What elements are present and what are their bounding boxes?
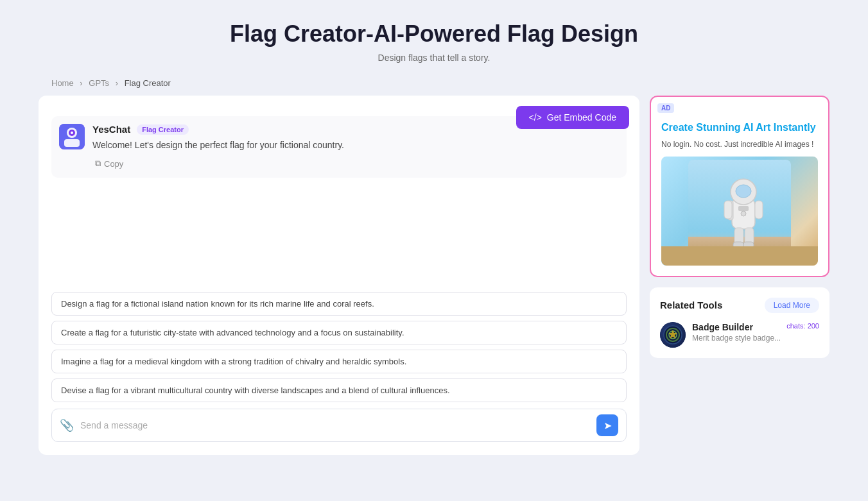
tool-item: Badge Builder Merit badge style badge...…: [660, 322, 819, 348]
page-subtitle: Design flags that tell a story.: [13, 53, 855, 63]
breadcrumb-sep2: ›: [116, 78, 118, 88]
ad-title: Create Stunning AI Art Instantly: [661, 121, 818, 135]
avatar: [59, 124, 85, 149]
breadcrumb-current: Flag Creator: [125, 78, 171, 88]
load-more-button[interactable]: Load More: [765, 298, 819, 313]
message-content: YesChat Flag Creator Welcome! Let's desi…: [92, 124, 619, 170]
tool-desc: Merit badge style badge...: [692, 334, 781, 343]
page-header: Flag Creator-AI-Powered Flag Design Desi…: [0, 0, 868, 73]
chat-input[interactable]: [80, 420, 590, 430]
suggestion-item[interactable]: Create a flag for a futuristic city-stat…: [51, 321, 627, 344]
svg-point-10: [736, 185, 751, 198]
copy-button[interactable]: ⧉ Copy: [92, 157, 126, 170]
right-panel: AD Create Stunning AI Art Instantly No l…: [650, 96, 829, 455]
breadcrumb-home[interactable]: Home: [51, 78, 74, 88]
bot-badge: Flag Creator: [137, 124, 189, 135]
embed-code-button[interactable]: </> Get Embed Code: [516, 106, 629, 129]
send-button[interactable]: ➤: [596, 414, 618, 436]
breadcrumb-gpts[interactable]: GPTs: [89, 78, 109, 88]
ad-image: [661, 157, 818, 266]
svg-point-4: [71, 132, 73, 134]
copy-icon: ⧉: [95, 158, 101, 169]
svg-rect-12: [755, 201, 763, 219]
chat-panel: </> Get Embed Code YesChat Flag Creator: [39, 96, 639, 455]
ad-card: AD Create Stunning AI Art Instantly No l…: [650, 96, 829, 277]
suggestions-list: Design a flag for a fictional island nat…: [51, 282, 627, 402]
svg-rect-11: [724, 201, 732, 219]
suggestion-item[interactable]: Devise a flag for a vibrant multicultura…: [51, 378, 627, 402]
suggestion-item[interactable]: Design a flag for a fictional island nat…: [51, 292, 627, 316]
tool-info: Badge Builder Merit badge style badge...…: [692, 322, 819, 343]
svg-point-18: [741, 211, 746, 216]
send-icon: ➤: [603, 420, 612, 432]
breadcrumb: Home › GPTs › Flag Creator: [0, 73, 868, 96]
related-title: Related Tools: [660, 300, 722, 310]
breadcrumb-sep1: ›: [80, 78, 82, 88]
ground-decoration: [661, 246, 818, 266]
chat-input-row: 📎 ➤: [51, 409, 627, 442]
tool-name: Badge Builder: [692, 322, 781, 332]
related-card: Related Tools Load More: [650, 287, 829, 358]
svg-rect-2: [64, 139, 80, 147]
svg-rect-17: [738, 206, 749, 211]
welcome-message: Welcome! Let's design the perfect flag f…: [92, 139, 619, 152]
code-icon: </>: [529, 112, 542, 123]
related-header: Related Tools Load More: [660, 298, 819, 313]
attach-icon[interactable]: 📎: [60, 418, 74, 432]
page-title: Flag Creator-AI-Powered Flag Design: [13, 21, 855, 47]
bot-name: YesChat: [92, 124, 130, 135]
ad-subtitle: No login. No cost. Just incredible AI im…: [661, 140, 818, 149]
tool-icon: [660, 322, 686, 348]
ad-label: AD: [657, 103, 674, 113]
badge-builder-icon: [660, 322, 686, 348]
main-layout: </> Get Embed Code YesChat Flag Creator: [0, 96, 868, 474]
tool-chats: chats: 200: [786, 322, 819, 330]
suggestion-item[interactable]: Imagine a flag for a medieval kingdom wi…: [51, 350, 627, 373]
